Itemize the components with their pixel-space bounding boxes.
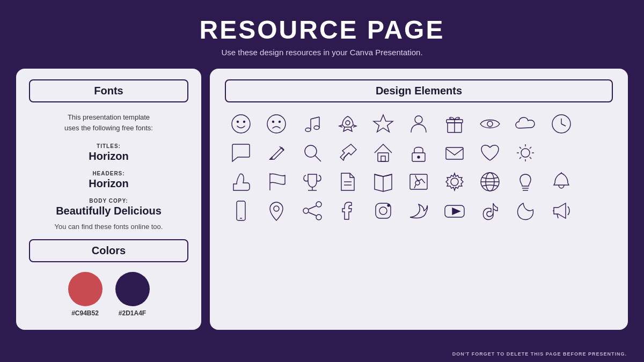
instagram-icon bbox=[371, 199, 395, 223]
icon-cell-youtube bbox=[438, 199, 471, 223]
icon-cell-phone bbox=[225, 199, 257, 223]
flag-icon bbox=[265, 170, 288, 194]
svg-point-56 bbox=[274, 206, 279, 211]
rocket-icon bbox=[336, 112, 360, 136]
facebook-icon bbox=[336, 199, 360, 223]
gear-icon bbox=[443, 170, 466, 194]
svg-line-20 bbox=[561, 124, 566, 126]
svg-line-36 bbox=[530, 157, 531, 159]
sad-icon bbox=[265, 112, 288, 136]
bell-icon bbox=[550, 170, 573, 194]
icon-cell-search bbox=[296, 141, 328, 165]
star-icon bbox=[371, 112, 395, 136]
svg-point-11 bbox=[346, 121, 350, 125]
icon-cell-empty4 bbox=[581, 170, 613, 194]
sun-icon bbox=[514, 141, 537, 165]
svg-point-0 bbox=[232, 115, 250, 133]
icon-cell-flag bbox=[260, 170, 292, 194]
icon-cell-cloud bbox=[509, 112, 541, 136]
svg-point-59 bbox=[303, 208, 309, 213]
page-subtitle: Use these design resources in your Canva… bbox=[0, 48, 644, 57]
svg-point-22 bbox=[305, 145, 317, 157]
svg-point-17 bbox=[487, 121, 493, 127]
gift-icon bbox=[443, 112, 466, 136]
color-hex-purple: #2D1A4F bbox=[119, 309, 146, 317]
font-entry-titles: TITLES: Horizon bbox=[29, 141, 188, 162]
color-swatches: #C94B52 #2D1A4F bbox=[29, 272, 188, 317]
svg-point-2 bbox=[244, 121, 245, 123]
font-name-titles: Horizon bbox=[29, 150, 188, 162]
svg-line-24 bbox=[343, 153, 349, 158]
icon-cell-tiktok bbox=[474, 199, 506, 223]
icon-cell-moon bbox=[509, 199, 541, 223]
font-label-titles: TITLES: bbox=[97, 143, 121, 149]
font-entry-body: BODY COPY: Beautifully Delicious bbox=[29, 195, 188, 217]
icon-cell-mail bbox=[438, 141, 471, 165]
icon-cell-facebook bbox=[332, 199, 364, 223]
icon-cell-heart bbox=[474, 141, 506, 165]
icon-cell-location bbox=[260, 199, 292, 223]
cloud-icon bbox=[514, 112, 537, 136]
font-name-headers: Horizon bbox=[29, 178, 188, 190]
svg-line-37 bbox=[530, 147, 531, 149]
icon-cell-empty5 bbox=[581, 199, 613, 223]
icon-cell-book bbox=[367, 170, 399, 194]
icon-cell-twitter bbox=[402, 199, 435, 223]
icon-cell-thumbsup bbox=[225, 170, 257, 194]
chat-icon bbox=[229, 141, 253, 165]
color-swatch-purple: #2D1A4F bbox=[115, 272, 150, 317]
footer-note: DON'T FORGET TO DELETE THIS PAGE BEFORE … bbox=[452, 351, 627, 357]
svg-point-3 bbox=[267, 115, 286, 133]
icon-cell-sun bbox=[509, 141, 541, 165]
icon-cell-megaphone bbox=[545, 199, 577, 223]
svg-point-57 bbox=[316, 202, 321, 207]
map-icon bbox=[407, 170, 430, 194]
page-header: RESOURCE PAGE Use these design resources… bbox=[0, 0, 644, 62]
clock-icon bbox=[550, 112, 573, 136]
color-hex-red: #C94B52 bbox=[71, 309, 99, 317]
color-swatch-red: #C94B52 bbox=[68, 272, 103, 317]
icon-cell-globe bbox=[474, 170, 506, 194]
right-panel: Design Elements bbox=[210, 69, 628, 330]
icon-cell-empty2 bbox=[545, 141, 577, 165]
icon-cell-smiley bbox=[225, 112, 257, 136]
color-circle-purple bbox=[115, 272, 150, 306]
icon-cell-chat bbox=[225, 141, 257, 165]
design-elements-header-box: Design Elements bbox=[225, 79, 613, 102]
location-icon bbox=[265, 199, 288, 223]
home-icon bbox=[371, 141, 395, 165]
icon-cell-trophy bbox=[296, 170, 328, 194]
fonts-header-box: Fonts bbox=[29, 79, 188, 102]
share-icon bbox=[301, 199, 324, 223]
font-name-body: Beautifully Delicious bbox=[29, 205, 188, 217]
svg-point-30 bbox=[521, 149, 530, 157]
icon-cell-clock bbox=[545, 112, 577, 136]
twitter-icon bbox=[407, 199, 430, 223]
svg-line-38 bbox=[519, 157, 521, 159]
icon-cell-person bbox=[402, 112, 435, 136]
icon-grid bbox=[225, 112, 613, 223]
icon-cell-rocket bbox=[332, 112, 364, 136]
trophy-icon bbox=[301, 170, 324, 194]
icon-cell-gift bbox=[438, 112, 471, 136]
left-panel: Fonts This presentation templateuses the… bbox=[16, 69, 201, 330]
document-icon bbox=[336, 170, 360, 194]
icon-cell-gear bbox=[438, 170, 471, 194]
svg-point-7 bbox=[314, 126, 319, 130]
icon-cell-doc bbox=[332, 170, 364, 194]
svg-point-13 bbox=[415, 116, 422, 123]
svg-line-68 bbox=[557, 214, 558, 218]
colors-section-label: Colors bbox=[92, 245, 126, 256]
icon-cell-music bbox=[296, 112, 328, 136]
svg-point-64 bbox=[387, 204, 390, 206]
svg-point-46 bbox=[415, 181, 420, 185]
tiktok-icon bbox=[478, 199, 502, 223]
svg-line-61 bbox=[309, 212, 316, 216]
lightbulb-icon bbox=[514, 170, 537, 194]
icon-cell-pin bbox=[332, 141, 364, 165]
music-icon bbox=[301, 112, 324, 136]
colors-section: Colors #C94B52 #2D1A4F bbox=[29, 239, 188, 317]
icon-cell-bell bbox=[545, 170, 577, 194]
svg-rect-29 bbox=[446, 147, 463, 159]
page-title: RESOURCE PAGE bbox=[0, 15, 644, 45]
